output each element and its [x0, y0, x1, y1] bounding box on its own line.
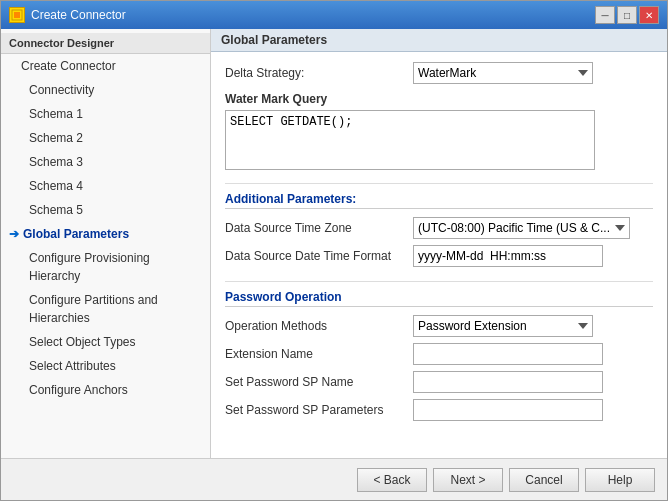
additional-parameters-title: Additional Parameters: — [225, 192, 653, 209]
footer-bar: < Back Next > Cancel Help — [1, 458, 667, 500]
arrow-icon: ➔ — [9, 225, 19, 243]
water-mark-query-section: Water Mark Query SELECT GETDATE(); — [225, 92, 653, 173]
delta-strategy-row: Delta Strategy: WaterMark None Custom — [225, 62, 653, 84]
main-content: Connector Designer Create Connector Conn… — [1, 29, 667, 458]
sidebar-item-create-connector[interactable]: Create Connector — [1, 54, 210, 78]
timezone-select[interactable]: (UTC-08:00) Pacific Time (US & C... — [413, 217, 630, 239]
set-password-sp-name-row: Set Password SP Name — [225, 371, 653, 393]
title-bar-left: Create Connector — [9, 7, 126, 23]
date-format-input[interactable] — [413, 245, 603, 267]
panel-body: Delta Strategy: WaterMark None Custom Wa… — [211, 52, 667, 458]
sidebar-item-global-parameters[interactable]: ➔ Global Parameters — [1, 222, 210, 246]
sidebar: Connector Designer Create Connector Conn… — [1, 29, 211, 458]
minimize-button[interactable]: ─ — [595, 6, 615, 24]
set-password-sp-params-input[interactable] — [413, 399, 603, 421]
sidebar-item-connectivity[interactable]: Connectivity — [1, 78, 210, 102]
password-operation-title: Password Operation — [225, 290, 653, 307]
set-password-sp-name-label: Set Password SP Name — [225, 375, 405, 389]
set-password-sp-name-input[interactable] — [413, 371, 603, 393]
maximize-button[interactable]: □ — [617, 6, 637, 24]
divider-2 — [225, 281, 653, 282]
main-window: Create Connector ─ □ ✕ Connector Designe… — [0, 0, 668, 501]
sidebar-item-select-attributes[interactable]: Select Attributes — [1, 354, 210, 378]
extension-name-input[interactable] — [413, 343, 603, 365]
divider-1 — [225, 183, 653, 184]
password-operation-section: Password Operation Operation Methods Pas… — [225, 290, 653, 421]
sidebar-item-global-parameters-label: Global Parameters — [23, 225, 129, 243]
set-password-sp-params-row: Set Password SP Parameters — [225, 399, 653, 421]
title-bar: Create Connector ─ □ ✕ — [1, 1, 667, 29]
back-button[interactable]: < Back — [357, 468, 427, 492]
extension-name-row: Extension Name — [225, 343, 653, 365]
set-password-sp-params-label: Set Password SP Parameters — [225, 403, 405, 417]
water-mark-query-textarea[interactable]: SELECT GETDATE(); — [225, 110, 595, 170]
sidebar-item-schema-1[interactable]: Schema 1 — [1, 102, 210, 126]
app-icon — [9, 7, 25, 23]
timezone-row: Data Source Time Zone (UTC-08:00) Pacifi… — [225, 217, 653, 239]
operation-methods-select[interactable]: Password Extension None — [413, 315, 593, 337]
delta-strategy-select[interactable]: WaterMark None Custom — [413, 62, 593, 84]
sidebar-item-schema-4[interactable]: Schema 4 — [1, 174, 210, 198]
svg-rect-1 — [14, 12, 20, 18]
close-button[interactable]: ✕ — [639, 6, 659, 24]
date-format-row: Data Source Date Time Format — [225, 245, 653, 267]
delta-strategy-label: Delta Strategy: — [225, 66, 405, 80]
operation-methods-label: Operation Methods — [225, 319, 405, 333]
operation-methods-row: Operation Methods Password Extension Non… — [225, 315, 653, 337]
timezone-label: Data Source Time Zone — [225, 221, 405, 235]
additional-parameters-section: Additional Parameters: Data Source Time … — [225, 192, 653, 267]
sidebar-item-configure-anchors[interactable]: Configure Anchors — [1, 378, 210, 402]
title-bar-controls: ─ □ ✕ — [595, 6, 659, 24]
sidebar-item-schema-5[interactable]: Schema 5 — [1, 198, 210, 222]
sidebar-item-configure-partitions[interactable]: Configure Partitions and Hierarchies — [1, 288, 210, 330]
panel-header: Global Parameters — [211, 29, 667, 52]
right-panel: Global Parameters Delta Strategy: WaterM… — [211, 29, 667, 458]
sidebar-item-schema-3[interactable]: Schema 3 — [1, 150, 210, 174]
sidebar-item-configure-provisioning-hierarchy[interactable]: Configure Provisioning Hierarchy — [1, 246, 210, 288]
sidebar-header: Connector Designer — [1, 33, 210, 54]
cancel-button[interactable]: Cancel — [509, 468, 579, 492]
window-title: Create Connector — [31, 8, 126, 22]
sidebar-item-schema-2[interactable]: Schema 2 — [1, 126, 210, 150]
sidebar-item-select-object-types[interactable]: Select Object Types — [1, 330, 210, 354]
next-button[interactable]: Next > — [433, 468, 503, 492]
help-button[interactable]: Help — [585, 468, 655, 492]
extension-name-label: Extension Name — [225, 347, 405, 361]
date-format-label: Data Source Date Time Format — [225, 249, 405, 263]
water-mark-query-label: Water Mark Query — [225, 92, 653, 106]
